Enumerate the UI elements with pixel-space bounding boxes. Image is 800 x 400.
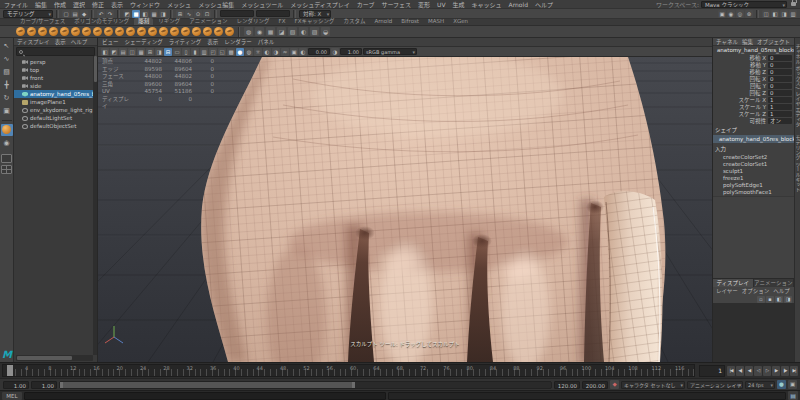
sculpt-brush-icon[interactable] — [137, 27, 146, 36]
select-component-icon[interactable]: ◧ — [141, 10, 149, 18]
input-node-sculpt1[interactable]: sculpt1 — [713, 168, 794, 175]
select-tool-icon[interactable]: ↖ — [1, 40, 13, 52]
play-backwards-icon[interactable]: ◁ — [754, 366, 762, 376]
symmetry-dropdown[interactable]: 対称: X — [299, 10, 331, 18]
outliner-menu-2[interactable]: ヘルプ — [71, 38, 88, 46]
channel-attribute-value[interactable]: 0 — [768, 62, 792, 68]
sculpt-brush-icon[interactable] — [104, 27, 113, 36]
input-node-createColorSet2[interactable]: createColorSet2 — [713, 154, 794, 161]
sculpt-brush-icon[interactable] — [203, 27, 212, 36]
render-current-frame-icon[interactable]: ◉ — [727, 10, 735, 18]
sculpt-tool-icon[interactable] — [1, 124, 13, 136]
right-sidebar-tab-1[interactable]: モデリング ツールキット — [795, 135, 800, 192]
outliner-item-persp[interactable]: persp — [14, 58, 97, 66]
snap-grid-icon[interactable]: ⊞ — [176, 10, 184, 18]
ipr-render-icon[interactable]: ◎ — [736, 10, 744, 18]
menubar-item-18[interactable]: ヘルプ — [535, 0, 553, 9]
range-slider-bar[interactable] — [60, 382, 355, 388]
workspace-lock-icon[interactable] — [791, 2, 796, 6]
redo-icon[interactable]: ↷ — [106, 10, 114, 18]
shelf-item-icon[interactable]: ◒ — [321, 27, 330, 36]
channel-attribute-value[interactable]: 0 — [768, 76, 792, 82]
input-field-left[interactable] — [220, 10, 254, 17]
camera-attributes-icon[interactable]: ▤ — [119, 48, 127, 56]
menubar-item-7[interactable]: メッシュ — [167, 0, 191, 9]
shelf-tab-10[interactable]: Bifrost — [397, 18, 423, 25]
step-back-key-icon[interactable]: ◀| — [736, 366, 744, 376]
shelf-tab-0[interactable]: カーブ/サーフェス — [16, 18, 69, 25]
lighting-icon[interactable]: ☼ — [254, 48, 262, 56]
viewport-menu-2[interactable]: ライティング — [169, 38, 202, 46]
viewport-menu-1[interactable]: シェーディング — [125, 38, 163, 46]
resolution-gate-icon[interactable]: ▯ — [182, 48, 190, 56]
channel-attribute-value[interactable]: 1 — [768, 97, 792, 103]
outliner-item-defaultObjectSet[interactable]: defaultObjectSet — [14, 122, 97, 130]
gamma-icon[interactable]: ◑ — [331, 48, 339, 56]
outliner-menu-1[interactable]: 表示 — [55, 38, 66, 46]
sculpt-objects-icon[interactable]: ◍ — [244, 27, 253, 36]
input-node-polySoftEdge1[interactable]: polySoftEdge1 — [713, 182, 794, 189]
shelf-tab-1[interactable]: ポリゴンのモデリング — [70, 18, 133, 25]
move-layer-icon[interactable]: ◨ — [784, 296, 792, 303]
menubar-item-2[interactable]: 作成 — [54, 0, 66, 9]
input-node-createColorSet1[interactable]: createColorSet1 — [713, 161, 794, 168]
menubar-item-17[interactable]: Arnold — [509, 0, 528, 9]
move-tool-icon[interactable]: ╋ — [1, 79, 13, 91]
channel-box-toggle-icon[interactable]: ◨ — [780, 10, 788, 18]
layer-editor-menu-2[interactable]: ヘルプ — [773, 287, 790, 295]
layer-editor-tab-1[interactable]: アニメーション — [754, 279, 795, 287]
gate-mask-icon[interactable]: ▮ — [191, 48, 199, 56]
range-slider-track[interactable] — [59, 381, 552, 389]
anim-layer-dropdown[interactable]: アニメーション レイヤなし — [687, 381, 743, 389]
channel-box-menu-0[interactable]: チャネル — [716, 38, 738, 46]
shelf-tab-11[interactable]: MASH — [424, 18, 448, 25]
play-forwards-icon[interactable]: ▷ — [763, 366, 771, 376]
tool-settings-toggle-icon[interactable]: ◧ — [771, 10, 779, 18]
fps-dropdown[interactable]: 24 fps — [745, 381, 775, 389]
shaded-icon[interactable]: ● — [236, 48, 244, 56]
shelf-tab-6[interactable]: FX — [275, 18, 290, 25]
lasso-tool-icon[interactable]: ∿ — [1, 53, 13, 65]
sculpt-brush-icon[interactable] — [214, 27, 223, 36]
outliner-item-anatomy_hand_05res_blocked_out[interactable]: anatomy_hand_05res_blocked_out — [14, 90, 97, 98]
menubar-item-5[interactable]: 表示 — [111, 0, 123, 9]
sculpt-brush-icon[interactable] — [49, 27, 58, 36]
viewport-canvas[interactable]: 頂点44802448060エッジ89598896040フェース448004480… — [98, 57, 712, 362]
scale-tool-icon[interactable]: ▣ — [1, 105, 13, 117]
menubar-item-0[interactable]: ファイル — [4, 0, 28, 9]
shelf-tab-8[interactable]: カスタム — [339, 18, 369, 25]
sculpt-brush-icon[interactable] — [38, 27, 47, 36]
snap-curve-icon[interactable]: ∿ — [185, 10, 193, 18]
new-empty-layer-icon[interactable]: ▫ — [757, 296, 765, 303]
input-node-freeze1[interactable]: freeze1 — [713, 175, 794, 182]
menubar-item-13[interactable]: 変形 — [418, 0, 430, 9]
outliner-item-side[interactable]: side — [14, 82, 97, 90]
film-gate-icon[interactable]: ▭ — [173, 48, 181, 56]
animation-preferences-icon[interactable]: ▣ — [788, 380, 797, 389]
auto-keyframe-toggle-icon[interactable]: ● — [777, 380, 786, 389]
screen-space-ao-icon[interactable]: ◑ — [272, 48, 280, 56]
sculpt-brush-icon[interactable] — [60, 27, 69, 36]
channel-attribute-row[interactable]: 可視性オン — [713, 117, 794, 124]
animation-start-field[interactable]: 1.00 — [3, 381, 29, 389]
outliner-hscrollbar[interactable] — [16, 355, 93, 361]
outliner-item-front[interactable]: front — [14, 74, 97, 82]
channel-attribute-value[interactable]: オン — [768, 118, 792, 124]
select-camera-icon[interactable]: ◧ — [101, 48, 109, 56]
sculpt-brush-icon[interactable] — [170, 27, 179, 36]
current-time-field[interactable]: 1 — [699, 365, 725, 377]
modeling-toolkit-toggle-icon[interactable]: ▥ — [789, 10, 797, 18]
shelf-tab-2[interactable]: 彫刻 — [134, 18, 153, 25]
channel-attribute-value[interactable]: 1 — [768, 104, 792, 110]
shelf-tab-5[interactable]: レンダリング — [233, 18, 274, 25]
image-plane-icon[interactable]: ▦ — [137, 48, 145, 56]
sculpt-brush-icon[interactable] — [115, 27, 124, 36]
playback-start-field[interactable]: 1.00 — [31, 381, 57, 389]
layer-editor-tab-0[interactable]: ディスプレイ — [713, 279, 754, 287]
shelf-item-icon[interactable]: ▧ — [288, 27, 297, 36]
layer-list[interactable] — [713, 304, 794, 362]
viewport-menu-5[interactable]: パネル — [258, 38, 275, 46]
menu-set-dropdown[interactable]: モデリング — [3, 10, 53, 18]
menubar-item-11[interactable]: カーブ — [357, 0, 375, 9]
select-hierarchy-icon[interactable]: ◩ — [123, 10, 131, 18]
